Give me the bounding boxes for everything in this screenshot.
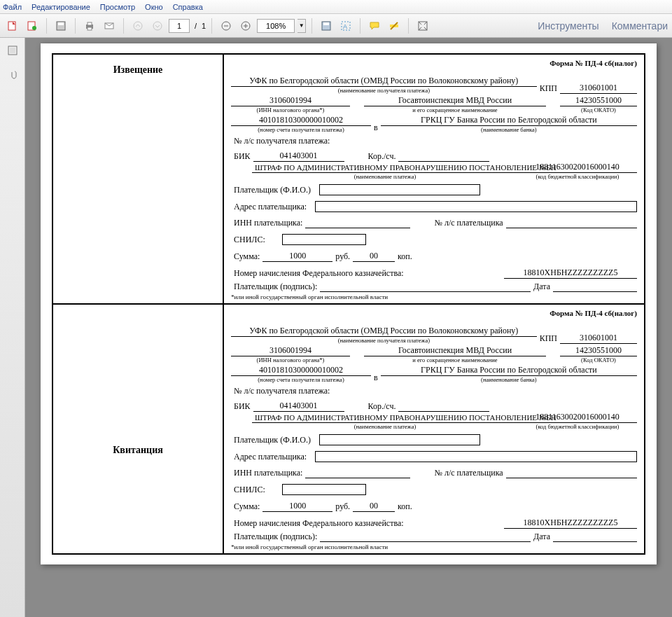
accrual-value: 18810ХНБНZZZZZZZZZ5	[504, 518, 637, 529]
save-icon[interactable]	[52, 18, 69, 34]
pdf-create-icon[interactable]	[24, 18, 41, 34]
bik-value: 041403001	[253, 151, 344, 162]
accrual-label: Номер начисления Федерального казначейст…	[231, 518, 407, 529]
kop-label: коп.	[395, 251, 415, 262]
document-area[interactable]: Извещение Форма № ПД-4 сб(налог) УФК по …	[25, 38, 672, 617]
kop-label: коп.	[395, 501, 415, 512]
ocr-icon[interactable]: A	[337, 18, 354, 34]
payment-name-sub: (наименование платежа)	[354, 423, 416, 430]
bik-label: БИК	[231, 151, 253, 162]
bank-sub: (наименование банка)	[481, 376, 537, 383]
menu-file[interactable]: Файл	[3, 3, 22, 11]
payment-name-sub: (наименование платежа)	[354, 173, 416, 180]
menu-help[interactable]: Справка	[173, 3, 203, 11]
payer-box	[319, 434, 480, 445]
zoom-out-icon[interactable]	[218, 18, 234, 34]
menu-bar: Файл Редактирование Просмотр Окно Справк…	[0, 0, 672, 14]
footnote: *или иной государственный орган исполнит…	[231, 543, 637, 550]
recipient-sub: (наименование получателя платежа)	[338, 87, 430, 94]
korr-value	[398, 402, 489, 412]
payer-label: Плательщик (Ф.И.О.)	[231, 435, 314, 445]
sign-label: Плательщик (подпись):	[231, 282, 320, 292]
svg-rect-20	[10, 48, 15, 53]
print-icon[interactable]	[81, 18, 98, 34]
kbk-value: 18811630020016000140	[518, 412, 637, 423]
payment-name: ШТРАФ ПО АДМИНИСТРАТИВНОМУ ПРАВОНАРУШЕНИ…	[252, 413, 518, 423]
gai: Госавтоинспекция МВД России	[364, 95, 546, 106]
inn-payer-value	[305, 469, 410, 478]
highlight-icon[interactable]	[386, 18, 402, 34]
payer-box	[319, 184, 480, 195]
korr-label: Кор./сч.	[365, 151, 399, 162]
zoom-value[interactable]: 108%	[257, 19, 295, 33]
ls-payer-label: № л/с плательщика	[431, 468, 505, 478]
note-icon[interactable]	[366, 18, 383, 34]
menu-view[interactable]: Просмотр	[100, 3, 135, 11]
sidebar	[0, 38, 25, 617]
mail-icon[interactable]	[101, 18, 118, 34]
date-line	[553, 532, 637, 542]
toolbar: / 1 108% ▼ A Инструменты Комментари	[0, 14, 672, 38]
svg-rect-6	[88, 22, 92, 25]
attachment-icon[interactable]	[6, 67, 20, 81]
bik-value: 041403001	[253, 401, 344, 412]
pdf-export-icon[interactable]	[4, 18, 21, 34]
page-up-icon[interactable]	[130, 18, 146, 34]
payer-label: Плательщик (Ф.И.О.)	[231, 185, 314, 195]
inn-payer-label: ИНН плательщика:	[231, 468, 305, 478]
bik-label: БИК	[231, 401, 253, 412]
okato-value: 14230551000	[560, 95, 637, 106]
date-label: Дата	[531, 282, 553, 292]
rub-label: руб.	[332, 251, 353, 262]
snils-box	[282, 484, 366, 495]
thumbnails-icon[interactable]	[6, 43, 20, 57]
kbk-sub: (код бюджетной классификации)	[536, 423, 620, 430]
page-current-input[interactable]	[169, 19, 190, 33]
footnote: *или иной государственный орган исполнит…	[231, 293, 637, 300]
fullscreen-icon[interactable]	[414, 18, 431, 34]
kpp-value: 310601001	[560, 83, 637, 94]
zoom-in-icon[interactable]	[237, 18, 254, 34]
sum-kop: 00	[353, 501, 395, 512]
okato-value: 14230551000	[560, 345, 637, 356]
save2-icon[interactable]	[318, 18, 335, 34]
addr-label: Адрес плательщика:	[231, 452, 309, 462]
sum-label: Сумма:	[231, 251, 262, 262]
ls-payer-value	[506, 469, 637, 478]
accrual-value: 18810ХНБНZZZZZZZZZ5	[504, 268, 637, 279]
svg-rect-4	[58, 22, 64, 25]
inn-value: 3106001994	[231, 345, 350, 356]
tools-panel-button[interactable]: Инструменты	[538, 20, 598, 32]
inn-value: 3106001994	[231, 95, 350, 106]
payment-name: ШТРАФ ПО АДМИНИСТРАТИВНОМУ ПРАВОНАРУШЕНИ…	[252, 163, 518, 173]
recipient: УФК по Белгородской области (ОМВД России…	[231, 76, 537, 87]
zoom-dropdown[interactable]: ▼	[298, 19, 306, 33]
sum-kop: 00	[353, 251, 395, 262]
comments-panel-button[interactable]: Комментари	[612, 20, 668, 32]
gai-sub: и его сокращенное наименование	[412, 106, 497, 113]
page-sep: /	[195, 22, 197, 30]
page-total: 1	[202, 22, 206, 30]
addr-box	[315, 451, 637, 462]
svg-point-10	[153, 22, 162, 30]
svg-point-9	[134, 22, 142, 30]
menu-edit[interactable]: Редактирование	[31, 3, 90, 11]
okato-sub: (Код ОКАТО)	[581, 106, 616, 113]
snils-label: СНИЛС:	[231, 235, 268, 245]
inn-sub: (ИНН налогового органа*)	[257, 356, 325, 363]
account-sub: (номер счета получателя платежа)	[258, 376, 344, 383]
sum-rub: 1000	[262, 251, 332, 262]
kbk-sub: (код бюджетной классификации)	[536, 173, 620, 180]
gai-sub: и его сокращенное наименование	[412, 356, 497, 363]
form-top: Форма № ПД-4 сб(налог) УФК по Белгородск…	[223, 54, 645, 304]
sum-rub: 1000	[262, 501, 332, 512]
account-sub: (номер счета получателя платежа)	[258, 126, 344, 133]
svg-rect-0	[8, 22, 15, 30]
addr-box	[315, 201, 637, 212]
gai: Госавтоинспекция МВД России	[364, 345, 546, 356]
page-down-icon[interactable]	[149, 18, 166, 34]
page: Извещение Форма № ПД-4 сб(налог) УФК по …	[41, 43, 657, 564]
menu-window[interactable]: Окно	[145, 3, 163, 11]
bank-name: ГРКЦ ГУ Банка России по Белгородской обл…	[381, 115, 637, 126]
inn-payer-label: ИНН плательщика:	[231, 218, 305, 228]
